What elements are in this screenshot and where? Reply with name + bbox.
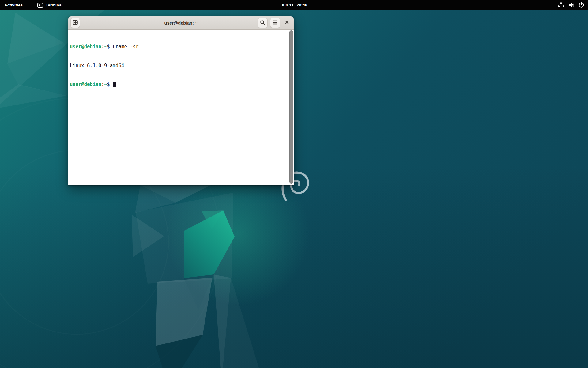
volume-icon: [568, 2, 575, 8]
command-text: uname -sr: [113, 44, 138, 49]
scrollbar-thumb[interactable]: [289, 30, 293, 184]
terminal-line-prompt: user@debian:~$: [70, 81, 288, 88]
top-bar: Activities Terminal Jun 11 20:48: [0, 0, 588, 10]
search-icon: [260, 20, 265, 26]
window-title: user@debian: ~: [164, 21, 198, 25]
desktop: Activities Terminal Jun 11 20:48: [0, 0, 588, 368]
clock-time: 20:48: [297, 3, 307, 7]
hamburger-menu-icon: [273, 20, 278, 25]
clock-date: Jun 11: [281, 3, 294, 7]
output-text: Linux 6.1.0-9-amd64: [70, 63, 124, 68]
scrollbar[interactable]: [289, 30, 293, 184]
power-icon: [579, 2, 584, 8]
titlebar[interactable]: user@debian: ~: [68, 16, 294, 30]
app-indicator-terminal[interactable]: Terminal: [34, 0, 66, 10]
close-button[interactable]: [283, 18, 291, 28]
terminal-line-command: user@debian:~$uname -sr: [70, 44, 288, 50]
menu-button[interactable]: [270, 18, 280, 28]
prompt-path: ~: [104, 44, 107, 49]
terminal-content[interactable]: user@debian:~$uname -sr Linux 6.1.0-9-am…: [68, 30, 294, 185]
app-indicator-label: Terminal: [46, 3, 62, 7]
activities-button[interactable]: Activities: [0, 0, 27, 10]
terminal-window: user@debian: ~: [68, 16, 294, 185]
terminal-cursor: [113, 82, 116, 87]
search-button[interactable]: [258, 18, 268, 28]
system-status-area[interactable]: [554, 0, 588, 10]
close-icon: [285, 21, 289, 25]
prompt-path: ~: [104, 82, 107, 87]
terminal-app-icon: [37, 3, 43, 8]
new-tab-icon: [73, 20, 78, 26]
terminal-line-output: Linux 6.1.0-9-amd64: [70, 63, 288, 69]
new-tab-button[interactable]: [70, 18, 80, 28]
prompt-user-host: user@debian: [70, 82, 101, 87]
clock-button[interactable]: Jun 11 20:48: [278, 0, 311, 10]
network-wired-icon: [558, 2, 564, 8]
prompt-user-host: user@debian: [70, 44, 101, 49]
